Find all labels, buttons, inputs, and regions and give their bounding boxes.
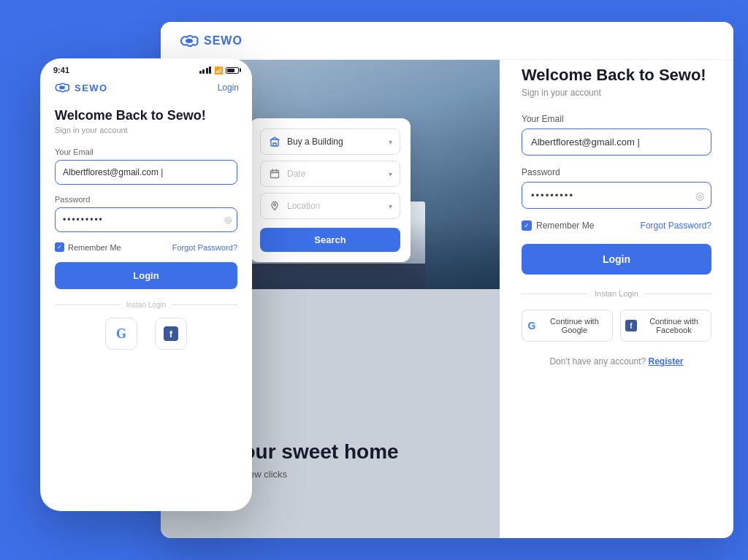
search-date-label: Date <box>287 169 389 179</box>
battery-icon <box>226 67 239 74</box>
chevron-icon-location: ▾ <box>389 202 392 210</box>
mobile-form-title: Welcome Back to Sewo! <box>55 108 237 123</box>
status-icons: 📶 <box>199 66 240 74</box>
wifi-icon: 📶 <box>214 66 223 74</box>
mobile-remember-left: Remember Me <box>55 242 121 252</box>
mobile-password-input[interactable] <box>55 207 237 232</box>
mobile-divider-line-left <box>55 304 121 305</box>
mobile-facebook-icon: f <box>164 326 178 341</box>
google-label: Continue with Google <box>541 317 608 334</box>
search-row-location[interactable]: Location ▾ <box>260 193 400 219</box>
mobile-email-wrap <box>55 160 237 185</box>
mobile-logo-icon <box>53 82 71 93</box>
calendar-icon <box>268 167 281 180</box>
desktop-register-row: Don't have any account? Register <box>522 356 711 367</box>
register-link[interactable]: Register <box>649 356 684 367</box>
register-text: Don't have any account? <box>549 356 646 367</box>
mobile-divider: Instan Login <box>55 301 237 309</box>
search-type-label: Buy a Building <box>287 137 389 147</box>
mobile-google-icon: G <box>116 326 126 342</box>
chevron-icon-date: ▾ <box>389 170 392 178</box>
mobile-form-subtitle: Sign in your account <box>55 126 237 134</box>
desktop-email-input[interactable] <box>522 129 711 156</box>
battery-fill <box>227 69 234 72</box>
desktop-google-button[interactable]: G Continue with Google <box>522 310 613 342</box>
mobile-forgot-link[interactable]: Forgot Password? <box>172 243 237 252</box>
mobile-remember-label: Remember Me <box>68 243 121 252</box>
desktop-remember-label: Remember Me <box>536 220 594 231</box>
desktop-email-field-wrap <box>522 129 711 156</box>
mobile-email-input[interactable] <box>55 160 237 185</box>
chevron-icon-type: ▾ <box>389 138 392 146</box>
mobile-logo-text: SEWO <box>75 83 108 93</box>
mobile-email-label: Your Email <box>55 147 237 156</box>
mobile-facebook-button[interactable]: f <box>155 318 187 350</box>
signal-bar-1 <box>199 71 202 74</box>
logo-icon <box>178 34 200 47</box>
desktop-divider: Instan Login <box>522 289 711 298</box>
mobile-password-wrap: ◎ <box>55 207 237 232</box>
search-row-type[interactable]: Buy a Building ▾ <box>260 129 400 155</box>
search-card: Buy a Building ▾ Date ▾ Location ▾ <box>250 118 411 262</box>
desktop-remember-left: Remember Me <box>522 220 594 231</box>
mobile-remember-row: Remember Me Forgot Password? <box>55 242 237 252</box>
facebook-label: Continue with Facebook <box>641 317 706 334</box>
desktop-login-button[interactable]: Login <box>522 244 711 275</box>
search-button[interactable]: Search <box>260 228 400 252</box>
search-location-label: Location <box>287 201 389 211</box>
search-row-date[interactable]: Date ▾ <box>260 161 400 187</box>
desktop-nav: SEWO <box>161 22 733 60</box>
signal-icon <box>199 66 212 74</box>
desktop-email-label: Your Email <box>522 114 711 124</box>
desktop-instan-login: Instan Login <box>595 289 638 298</box>
desktop-form-title: Welcome Back to Sewo! <box>522 66 711 85</box>
location-icon <box>268 199 281 212</box>
desktop-logo: SEWO <box>178 34 243 47</box>
desktop-logo-text: SEWO <box>204 34 243 47</box>
divider-line-left <box>522 294 587 294</box>
status-bar: 9:41 📶 <box>40 58 252 79</box>
building-icon <box>268 135 281 148</box>
signal-bar-3 <box>206 68 208 74</box>
signal-bar-2 <box>202 69 205 74</box>
desktop-form-subtitle: Sign in your account <box>522 88 711 98</box>
desktop-remember-checkbox[interactable] <box>522 220 532 231</box>
mobile-instan-login: Instan Login <box>126 301 167 309</box>
mobile-form: Welcome Back to Sewo! Sign in your accou… <box>40 101 252 488</box>
desktop-password-label: Password <box>522 167 711 177</box>
desktop-password-input[interactable] <box>522 182 711 209</box>
mobile-login-button[interactable]: Login <box>55 262 237 289</box>
signal-bar-4 <box>209 66 211 74</box>
mobile-social-row: G f <box>55 318 237 350</box>
mobile-nav-login[interactable]: Login <box>218 83 239 93</box>
eye-icon[interactable]: ◎ <box>695 190 704 202</box>
desktop-social-row: G Continue with Google f Continue with F… <box>522 310 711 342</box>
mobile-google-button[interactable]: G <box>105 318 137 350</box>
mobile-password-label: Password <box>55 195 237 204</box>
desktop-remember-row: Remember Me Forgot Password? <box>522 220 711 231</box>
status-time: 9:41 <box>53 66 69 74</box>
mobile-logo: SEWO <box>53 82 108 93</box>
facebook-icon: f <box>625 320 637 331</box>
google-icon: G <box>527 320 537 331</box>
svg-rect-1 <box>271 171 279 178</box>
mobile-checkbox[interactable] <box>55 242 64 252</box>
mobile-eye-icon[interactable]: ◎ <box>224 215 232 225</box>
desktop-facebook-button[interactable]: f Continue with Facebook <box>620 310 711 342</box>
mobile-nav: SEWO Login <box>40 79 252 101</box>
desktop-forgot-link[interactable]: Forgot Password? <box>641 220 711 231</box>
mobile-divider-line-right <box>172 304 237 305</box>
divider-line-right <box>646 294 711 294</box>
mobile-panel: 9:41 📶 SEWO Login Welcome Back to <box>40 58 252 511</box>
svg-point-2 <box>274 204 276 206</box>
desktop-password-field-wrap: ◎ <box>522 182 711 209</box>
desktop-form: Welcome Back to Sewo! Sign in your accou… <box>500 22 733 538</box>
